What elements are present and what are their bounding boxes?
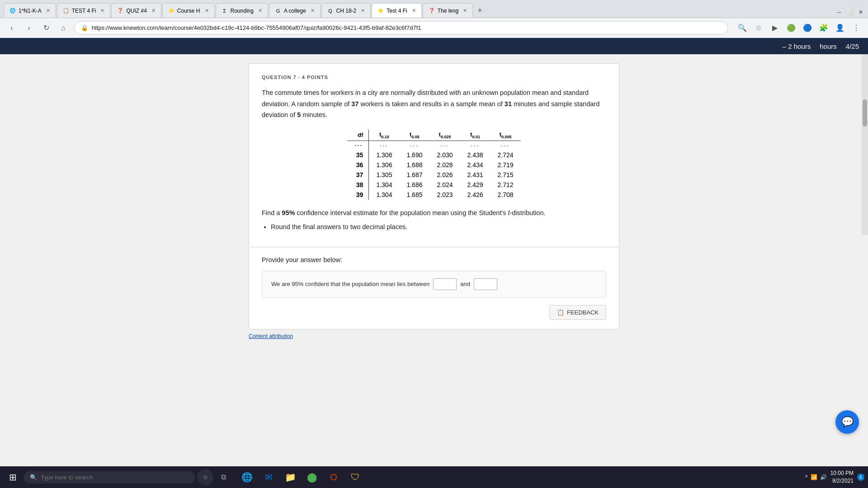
tab-5[interactable]: Σ Rounding ✕	[216, 3, 268, 18]
extension-icon-1[interactable]: 🟢	[785, 22, 797, 34]
tab-bar: 🌐 1*N1-K-A ✕ 📋 TEST 4 Fi ✕ ❓ QUIZ #4 ✕ ⭐…	[0, 0, 868, 18]
minimize-button[interactable]: ─	[835, 9, 843, 16]
scrollbar[interactable]	[862, 54, 868, 235]
scroll-thumb[interactable]	[863, 99, 867, 127]
table-cell-39-df: 39	[347, 190, 369, 200]
tab-favicon-9: ❓	[429, 8, 435, 14]
table-cell-dots-3: ···	[429, 141, 460, 150]
profile-icon[interactable]: 👤	[834, 22, 846, 34]
extension-icon-3[interactable]: 🧩	[817, 22, 830, 34]
extension-icon-2[interactable]: 🔵	[801, 22, 814, 34]
chrome-icon[interactable]: ⬤	[302, 467, 322, 487]
table-cell-35-t005: 1.690	[399, 150, 429, 160]
office-icon[interactable]: O	[324, 467, 344, 487]
table-row-35: 35 1.306 1.690 2.030 2.438 2.724	[347, 150, 520, 160]
home-button[interactable]: ⌂	[57, 22, 70, 34]
tab-8[interactable]: ⭐ Test 4 Fi ✕	[372, 3, 421, 18]
table-cell-36-t0025: 2.028	[429, 160, 460, 170]
time-display: 10:00 PM	[830, 469, 854, 477]
maximize-button[interactable]: ⬜	[846, 9, 854, 16]
tab-1[interactable]: 🌐 1*N1-K-A ✕	[4, 3, 56, 18]
table-cell-39-t0005: 2.708	[491, 190, 521, 200]
tab-close-9[interactable]: ✕	[463, 8, 467, 14]
chat-bubble-button[interactable]: 💬	[835, 410, 859, 434]
edge-icon[interactable]: 🌐	[237, 467, 257, 487]
tab-favicon-5: Σ	[222, 8, 228, 14]
feedback-button[interactable]: 📋 FEEDBACK	[549, 305, 606, 320]
tab-close-6[interactable]: ✕	[311, 8, 315, 14]
tab-close-3[interactable]: ✕	[151, 8, 156, 14]
main-content: QUESTION 7 · 4 POINTS The commute times …	[0, 54, 868, 466]
table-header-t001: t0.01	[460, 130, 491, 141]
start-button[interactable]: ⊞	[4, 468, 22, 486]
table-cell-38-t0025: 2.024	[429, 180, 460, 190]
bookmark-icon[interactable]: ☆	[752, 22, 765, 34]
table-cell-38-t010: 1.304	[369, 180, 400, 190]
table-cell-39-t005: 1.685	[399, 190, 429, 200]
table-row-36: 36 1.306 1.688 2.028 2.434 2.719	[347, 160, 520, 170]
task-view-button[interactable]: ⧉	[215, 469, 231, 485]
table-cell-35-df: 35	[347, 150, 369, 160]
window-controls: ─ ⬜ ✕	[835, 9, 864, 18]
notification-badge[interactable]: 6	[857, 474, 864, 481]
table-row-dots: ··· ··· ··· ··· ··· ···	[347, 141, 520, 150]
answer-box: Provide your answer below: We are 95% co…	[249, 247, 619, 329]
question-header: QUESTION 7 · 4 POINTS	[262, 75, 606, 80]
table-header-df: df	[347, 130, 369, 141]
tab-favicon-8: ⭐	[377, 8, 384, 14]
address-input[interactable]: 🔒 https://www.knewton.com/learn/course/4…	[74, 21, 728, 34]
answer-text-before: We are 95% confident that the population…	[271, 281, 429, 287]
tab-close-5[interactable]: ✕	[258, 8, 262, 14]
expand-icon[interactable]: ^	[805, 474, 808, 480]
table-header-t0005: t0.005	[491, 130, 521, 141]
table-cell-36-t001: 2.434	[460, 160, 491, 170]
tab-9[interactable]: ❓ The leng ✕	[423, 3, 473, 18]
menu-icon[interactable]: ⋮	[850, 22, 863, 34]
back-button[interactable]: ‹	[5, 22, 18, 34]
table-cell-dots-1: ···	[369, 141, 400, 150]
question-text-part4: minutes.	[301, 111, 327, 118]
question-container: QUESTION 7 · 4 POINTS The commute times …	[249, 63, 619, 448]
table-cell-35-t001: 2.438	[460, 150, 491, 160]
table-cell-38-t0005: 2.712	[491, 180, 521, 190]
forward-button[interactable]: ›	[23, 22, 35, 34]
search-bar[interactable]: 🔍	[24, 471, 195, 483]
tab-close-1[interactable]: ✕	[46, 8, 50, 14]
tab-favicon-4: ⭐	[168, 8, 175, 14]
security-icon[interactable]: 🛡	[345, 467, 365, 487]
media-icon[interactable]: ▶	[769, 22, 781, 34]
cortana-button[interactable]: ○	[197, 469, 213, 485]
tab-3[interactable]: ❓ QUIZ #4 ✕	[111, 3, 161, 18]
toolbar-icons: 🔍 ☆ ▶ 🟢 🔵 🧩 👤 ⋮	[736, 22, 863, 34]
feedback-icon: 📋	[557, 309, 564, 316]
new-tab-button[interactable]: +	[474, 3, 486, 18]
question-text-part2: workers is taken and results in a sample…	[359, 100, 504, 108]
tab-close-2[interactable]: ✕	[100, 8, 104, 14]
table-header-t005: t0.05	[399, 130, 429, 141]
tab-4[interactable]: ⭐ Course H ✕	[162, 3, 215, 18]
tab-label-4: Course H	[177, 8, 200, 14]
table-cell-dots-df: ···	[347, 141, 369, 150]
tab-7[interactable]: Q CH 18-2 ✕	[321, 3, 371, 18]
reload-button[interactable]: ↻	[40, 22, 52, 34]
tab-close-7[interactable]: ✕	[361, 8, 365, 14]
table-row-37: 37 1.305 1.687 2.026 2.431 2.715	[347, 170, 520, 180]
mail-icon[interactable]: ✉	[259, 467, 278, 487]
answer-input-lower[interactable]	[433, 278, 457, 290]
tab-2[interactable]: 📋 TEST 4 Fi ✕	[57, 3, 111, 18]
answer-input-upper[interactable]	[474, 278, 497, 290]
question-box: QUESTION 7 · 4 POINTS The commute times …	[249, 63, 619, 247]
table-cell-35-t0005: 2.724	[491, 150, 521, 160]
tab-close-4[interactable]: ✕	[205, 8, 209, 14]
instructions-list: Round the final answers to two decimal p…	[262, 222, 606, 232]
search-icon[interactable]: 🔍	[736, 22, 749, 34]
content-attribution[interactable]: Content attribution	[249, 333, 619, 339]
table-cell-38-df: 38	[347, 180, 369, 190]
tab-close-8[interactable]: ✕	[412, 8, 416, 14]
tab-6[interactable]: G A college ✕	[269, 3, 321, 18]
files-icon[interactable]: 📁	[280, 467, 300, 487]
tab-label-6: A college	[284, 8, 306, 14]
search-input[interactable]	[41, 474, 189, 481]
lock-icon: 🔒	[81, 24, 88, 31]
close-button[interactable]: ✕	[857, 9, 864, 16]
